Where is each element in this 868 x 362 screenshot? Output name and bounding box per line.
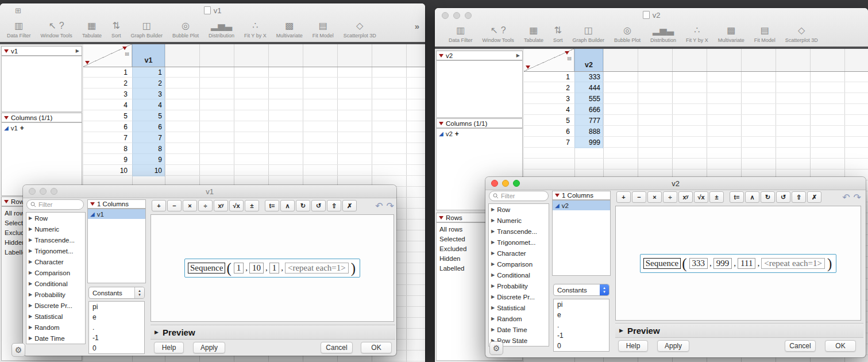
redo-icon[interactable]: ↷	[854, 192, 861, 203]
toolbar-button[interactable]: ∴ Fit Y by X	[244, 19, 267, 38]
toolbar-button[interactable]: ◇ Scatterplot 3D	[785, 24, 818, 43]
undo-icon[interactable]: ↶	[842, 192, 850, 203]
function-category-item[interactable]: ▶ Trigonomet...	[489, 237, 549, 248]
constant-item[interactable]: .	[89, 322, 144, 333]
toolbar-button[interactable]: ◎ Bubble Plot	[614, 24, 641, 43]
red-triangle-menu-icon[interactable]	[526, 66, 530, 69]
function-category-item[interactable]: ▶ Row	[489, 204, 549, 215]
function-category-item[interactable]: ▶ Statistical	[489, 302, 549, 313]
stepper-icon[interactable]: ▲▼	[134, 287, 144, 298]
table-row[interactable]: 4 4	[83, 99, 425, 110]
dialog-columns-header[interactable]: 1 Columns	[552, 191, 611, 200]
red-triangle-menu-icon[interactable]	[555, 194, 560, 197]
table-row[interactable]: 1 333	[524, 71, 868, 82]
redo-icon[interactable]: ↷	[387, 201, 394, 211]
function-category-item[interactable]: ▶ Numeric	[26, 224, 85, 234]
formula-argument[interactable]: 999	[713, 258, 732, 269]
power-icon[interactable]: xʸ	[214, 200, 228, 211]
function-category-item[interactable]: ▶ Transcende...	[489, 226, 549, 237]
function-category-item[interactable]: ▶ Character	[26, 256, 85, 267]
toolbar-button[interactable]: ▤ Fit Model	[754, 24, 776, 43]
rotate-ccw-icon[interactable]: ↺	[776, 191, 790, 203]
formula-argument[interactable]: 10	[249, 263, 264, 274]
selected-column-item[interactable]: ◢ v1	[88, 209, 145, 219]
formula-function-name[interactable]: Sequence	[643, 258, 681, 269]
toolbar-button[interactable]: ▥ Data Filter	[7, 19, 31, 38]
formula-plus-icon[interactable]: +	[20, 124, 24, 132]
columns-panel-header[interactable]: Columns (1/1)	[1, 113, 82, 122]
table-row[interactable]: 9 9	[83, 154, 425, 165]
function-category-item[interactable]: ▶ Date Time	[26, 333, 85, 344]
constants-dropdown[interactable]: Constants ▲▼	[88, 287, 145, 299]
formula-argument[interactable]: 111	[738, 258, 755, 269]
plus-minus-icon[interactable]: ±	[709, 191, 724, 203]
formula-function-name[interactable]: Sequence	[188, 263, 225, 274]
function-category-item[interactable]: ▶ Comparison	[489, 259, 549, 269]
function-category-item[interactable]: ▶ Transcende...	[26, 234, 85, 245]
formula-canvas[interactable]: Sequence ( 1,10,1,<repeat each=1>, )	[151, 214, 394, 322]
panel-collapse-arrow-icon[interactable]: ▶	[76, 48, 79, 53]
gear-icon[interactable]: ⚙	[489, 341, 503, 355]
formula-argument[interactable]: <repeat each=1>	[285, 263, 349, 274]
constants-dropdown[interactable]: Constants ▲▼	[553, 284, 609, 296]
table-row[interactable]: 1 1	[83, 67, 425, 78]
titlebar[interactable]: ⊞ v1	[0, 3, 425, 17]
function-category-item[interactable]: ▶ Trigonomet...	[26, 245, 85, 256]
delete-icon[interactable]: ✗	[807, 191, 821, 203]
rotate-ccw-icon[interactable]: ↺	[311, 200, 326, 211]
preview-section[interactable]: ▶ Preview	[151, 325, 395, 340]
disclosure-triangle-icon[interactable]: ▶	[619, 328, 623, 333]
toolbar-button[interactable]: ▦ Tabulate	[82, 19, 102, 38]
plus-minus-icon[interactable]: ±	[245, 200, 259, 211]
formula-argument[interactable]: 1	[234, 263, 244, 274]
divide-icon[interactable]: ÷	[198, 200, 213, 211]
filter-input[interactable]: Filter	[26, 199, 84, 210]
function-category-item[interactable]: ▶ Character	[489, 248, 549, 259]
table-row[interactable]: 5 5	[83, 110, 425, 121]
toolbar-button[interactable]: ▩ Multivariate	[276, 19, 303, 38]
titlebar[interactable]: v2	[435, 8, 868, 22]
function-category-item[interactable]: ▶ Row	[26, 213, 85, 224]
function-category-item[interactable]: ▶ Random	[26, 322, 85, 333]
insert-icon[interactable]: ∧	[745, 191, 759, 203]
function-category-item[interactable]: ▶ Discrete Pr...	[489, 291, 549, 302]
function-category-item[interactable]: ▶ Probability	[26, 289, 85, 300]
table-row[interactable]: 6 6	[83, 121, 425, 132]
grid-corner-selector[interactable]: ▤	[83, 44, 132, 67]
formula-canvas[interactable]: Sequence ( 333,999,111,<repeat each=1>, …	[615, 206, 861, 321]
toolbar-button[interactable]: ↖ ? Window Tools	[483, 24, 514, 43]
formula-plus-icon[interactable]: +	[455, 130, 459, 138]
function-category-item[interactable]: ▶ Statistical	[26, 311, 85, 322]
table-row[interactable]: 10 10	[83, 165, 425, 176]
toolbar-button[interactable]: ⇅ Sort	[553, 24, 563, 43]
peel-icon[interactable]: ⇧	[327, 200, 341, 211]
constant-item[interactable]: -1	[554, 330, 609, 341]
function-category-item[interactable]: ▶ Numeric	[489, 215, 549, 226]
table-row[interactable]: 6 888	[524, 126, 868, 137]
minus-icon[interactable]: −	[632, 191, 646, 203]
function-category-item[interactable]: ▶ Discrete Pr...	[26, 300, 85, 311]
ok-button[interactable]: OK	[361, 342, 392, 353]
panel-collapse-arrow-icon[interactable]: ▶	[516, 53, 520, 58]
table-row[interactable]: 4 666	[524, 104, 868, 115]
columns-panel-header[interactable]: Columns (1/1)	[436, 118, 523, 128]
divide-icon[interactable]: ÷	[663, 191, 677, 203]
column-list-item[interactable]: ◢ v1 +	[2, 123, 82, 133]
column-header-cell[interactable]: v1	[132, 44, 165, 67]
multiply-icon[interactable]: ×	[183, 200, 197, 211]
root-icon[interactable]: √x	[229, 200, 244, 211]
red-triangle-menu-icon[interactable]	[85, 61, 90, 64]
dialog-titlebar[interactable]: v2	[485, 177, 866, 190]
power-icon[interactable]: xʸ	[678, 191, 693, 203]
toolbar-button[interactable]: ▦ Tabulate	[524, 24, 543, 43]
toolbar-button[interactable]: ▥ Data Filter	[449, 24, 473, 43]
gear-icon[interactable]: ⚙	[11, 343, 25, 357]
red-triangle-menu-icon[interactable]	[90, 202, 95, 206]
red-triangle-menu-icon[interactable]	[122, 47, 127, 50]
rotate-cw-icon[interactable]: ↻	[761, 191, 775, 203]
constant-item[interactable]: 0	[554, 341, 609, 351]
constant-item[interactable]: 0	[89, 343, 144, 353]
red-triangle-menu-icon[interactable]	[565, 51, 569, 55]
local-variable-icon[interactable]: t=	[730, 191, 744, 203]
delete-icon[interactable]: ✗	[342, 200, 357, 211]
